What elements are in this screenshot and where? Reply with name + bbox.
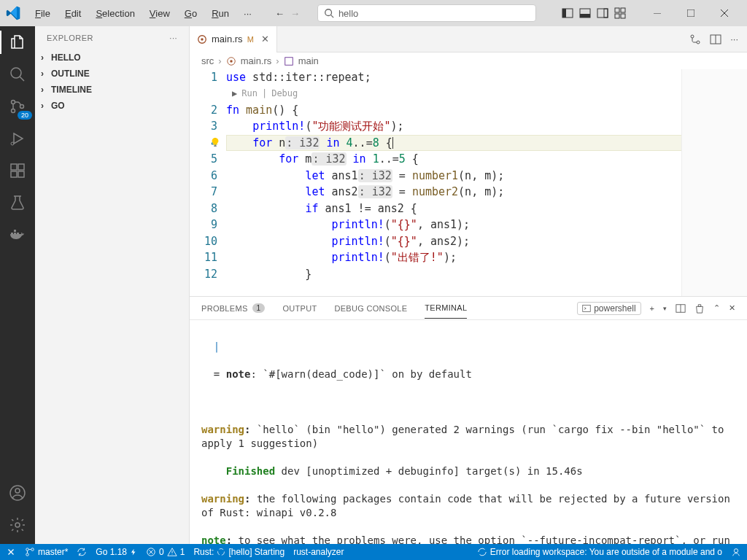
status-analyzer[interactable]: rust-analyzer xyxy=(293,547,344,557)
menu-view[interactable]: View xyxy=(144,5,176,22)
branch-icon xyxy=(25,547,35,557)
maximize-button[interactable] xyxy=(674,1,708,25)
svg-point-54 xyxy=(218,549,225,556)
compare-changes-icon[interactable] xyxy=(689,34,701,45)
activity-source-control[interactable]: 20 xyxy=(7,96,28,117)
files-icon xyxy=(9,34,26,51)
svg-point-36 xyxy=(697,41,700,44)
svg-point-47 xyxy=(26,553,29,556)
gear-icon xyxy=(9,516,26,534)
command-center[interactable]: hello xyxy=(317,4,536,22)
svg-rect-13 xyxy=(687,9,694,17)
lightbulb-icon[interactable] xyxy=(210,137,220,147)
loading-icon xyxy=(217,548,225,556)
sync-icon xyxy=(77,547,87,557)
activity-docker[interactable] xyxy=(7,225,28,245)
svg-rect-10 xyxy=(615,14,619,18)
customize-layout-icon[interactable] xyxy=(614,7,626,19)
tab-main-rs[interactable]: main.rs M ✕ xyxy=(190,26,277,52)
activity-testing[interactable] xyxy=(7,192,28,213)
activity-explorer[interactable] xyxy=(7,32,28,52)
minimap[interactable] xyxy=(681,69,747,296)
svg-rect-25 xyxy=(18,164,24,170)
activity-settings[interactable] xyxy=(7,515,28,535)
close-button[interactable] xyxy=(708,1,741,25)
terminal[interactable]: | = note: `#[warn(dead_code)]` on by def… xyxy=(190,320,747,544)
menu-overflow[interactable]: ··· xyxy=(238,5,258,22)
new-terminal-icon[interactable]: + xyxy=(650,304,654,313)
menu-selection[interactable]: Selection xyxy=(90,5,140,22)
activity-extensions[interactable] xyxy=(7,160,28,181)
status-error-msg[interactable]: Error loading workspace: You are outside… xyxy=(477,547,722,557)
panel-tabs: PROBLEMS1 OUTPUT DEBUG CONSOLE TERMINAL … xyxy=(190,297,747,320)
svg-rect-43 xyxy=(583,305,591,311)
error-icon xyxy=(146,547,156,557)
tab-close-icon[interactable]: ✕ xyxy=(261,34,269,44)
panel-tab-terminal[interactable]: TERMINAL xyxy=(425,298,467,319)
extensions-icon xyxy=(9,162,26,179)
layout-panel-icon[interactable] xyxy=(579,7,591,19)
svg-point-0 xyxy=(325,9,332,16)
debug-icon xyxy=(9,130,26,147)
svg-rect-42 xyxy=(214,145,217,147)
titlebar: File Edit Selection View Go Run ··· ← → … xyxy=(0,0,747,26)
nav-back-icon[interactable]: ← xyxy=(275,8,285,19)
sidebar-section-timeline[interactable]: ›TIMELINE xyxy=(35,82,189,98)
svg-rect-3 xyxy=(562,9,566,18)
split-terminal-icon[interactable] xyxy=(676,303,686,314)
status-remote[interactable] xyxy=(6,547,16,557)
breadcrumb[interactable]: src › main.rs › main xyxy=(190,52,747,69)
svg-point-40 xyxy=(230,60,233,63)
code-content[interactable]: use std::iter::repeat; ▶Run | Debug fn m… xyxy=(226,69,747,296)
status-branch[interactable]: master* xyxy=(25,547,68,557)
code-editor[interactable]: 1 2 3 4 5 6 7 8 9 10 11 12 use std::iter… xyxy=(190,69,747,296)
status-sync[interactable] xyxy=(77,547,87,557)
chevron-right-icon: › xyxy=(41,101,48,111)
feedback-icon xyxy=(731,547,741,557)
status-feedback[interactable] xyxy=(731,547,741,557)
layout-sidebar-right-icon[interactable] xyxy=(597,7,608,19)
activity-accounts[interactable] xyxy=(7,483,28,503)
terminal-selector[interactable]: powershell xyxy=(577,302,640,315)
rust-file-icon xyxy=(197,34,207,44)
sidebar-more-icon[interactable]: ··· xyxy=(169,34,177,42)
activity-run-debug[interactable] xyxy=(7,128,28,149)
panel-chevron-up-icon[interactable]: ⌃ xyxy=(713,303,720,313)
codelens[interactable]: ▶Run | Debug xyxy=(226,86,747,102)
chevron-right-icon: › xyxy=(41,85,48,95)
terminal-dropdown-icon[interactable]: ▾ xyxy=(663,305,667,312)
panel-tab-debug-console[interactable]: DEBUG CONSOLE xyxy=(334,298,407,319)
menu-run[interactable]: Run xyxy=(206,5,235,22)
svg-rect-7 xyxy=(604,9,608,18)
minimize-button[interactable] xyxy=(640,1,674,25)
panel-tab-output[interactable]: OUTPUT xyxy=(282,298,317,319)
svg-point-55 xyxy=(734,549,738,553)
menu-edit[interactable]: Edit xyxy=(59,5,87,22)
svg-point-35 xyxy=(691,35,694,38)
editor-more-icon[interactable]: ··· xyxy=(730,34,738,45)
panel-close-icon[interactable]: ✕ xyxy=(729,303,735,313)
menu-file[interactable]: File xyxy=(29,5,56,22)
chevron-right-icon: › xyxy=(41,69,48,79)
bolt-icon xyxy=(130,548,137,556)
svg-rect-24 xyxy=(18,171,24,177)
activity-bar: 20 xyxy=(0,26,35,544)
status-problems[interactable]: 0 1 xyxy=(146,547,185,557)
activity-search[interactable] xyxy=(7,64,28,85)
sidebar-section-hello[interactable]: ›HELLO xyxy=(35,50,189,66)
scm-badge: 20 xyxy=(18,111,32,120)
kill-terminal-icon[interactable] xyxy=(694,303,705,314)
panel-tab-problems[interactable]: PROBLEMS1 xyxy=(201,298,265,319)
nav-forward-icon[interactable]: → xyxy=(290,8,300,19)
svg-point-31 xyxy=(15,489,20,493)
sidebar-section-go[interactable]: ›GO xyxy=(35,98,189,114)
svg-line-1 xyxy=(331,15,334,18)
terminal-icon xyxy=(582,304,591,313)
svg-rect-41 xyxy=(285,57,293,65)
status-rust[interactable]: Rust:[hello] Starting xyxy=(193,547,285,557)
menu-go[interactable]: Go xyxy=(179,5,203,22)
layout-sidebar-left-icon[interactable] xyxy=(562,7,573,19)
split-editor-icon[interactable] xyxy=(710,34,721,45)
sidebar-section-outline[interactable]: ›OUTLINE xyxy=(35,66,189,82)
status-go[interactable]: Go 1.18 xyxy=(96,547,137,557)
